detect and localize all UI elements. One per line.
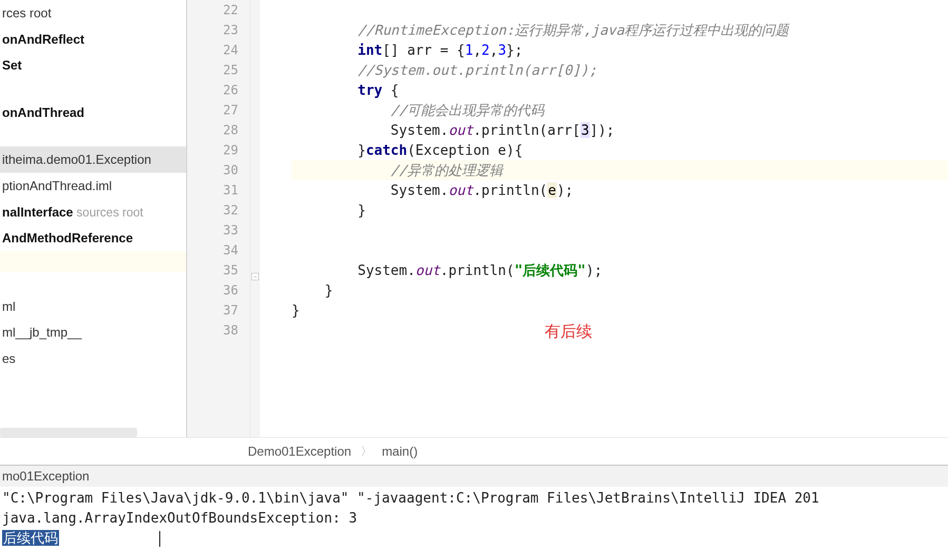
code-token: out [448, 122, 473, 138]
project-tree-item[interactable]: itheima.demo01.Exception [0, 146, 186, 173]
line-number[interactable]: 36 [187, 280, 250, 300]
tree-item-label: ml [2, 299, 15, 313]
code-token: //异常的处理逻辑 [391, 162, 503, 178]
code-token: ); [586, 262, 602, 278]
code-token: , [473, 42, 481, 58]
code-token: System. [357, 262, 415, 278]
console-selection[interactable]: 后续代码 [2, 530, 59, 546]
line-number[interactable]: 31 [187, 180, 250, 200]
code-token: ); [557, 182, 573, 198]
tree-item-label: Set [2, 58, 22, 72]
line-number[interactable]: 24 [187, 40, 250, 60]
run-tab-label: mo01Exception [2, 469, 89, 483]
code-line[interactable]: } [292, 300, 948, 320]
code-token: } [325, 282, 333, 298]
code-token: .println( [440, 262, 515, 278]
code-token: { [382, 82, 399, 98]
line-number[interactable]: 32 [187, 200, 250, 220]
line-number[interactable]: 33 [187, 220, 250, 240]
code-line[interactable]: //异常的处理逻辑 [292, 160, 948, 180]
code-line[interactable] [292, 240, 948, 260]
code-token: 1 [465, 42, 473, 58]
project-tree-item[interactable]: onAndThread [0, 100, 186, 126]
code-line[interactable] [292, 220, 948, 240]
project-tree-item[interactable]: Set [0, 52, 186, 78]
console-output-line: "C:\Program Files\Java\jdk-9.0.1\bin\jav… [2, 488, 946, 508]
line-number[interactable]: 38 [187, 320, 250, 340]
code-line[interactable]: System.out.println("后续代码"); [292, 260, 948, 280]
project-tree-item[interactable]: rces root [0, 0, 186, 26]
tree-item-label: es [2, 351, 15, 366]
project-tree-item[interactable]: es [0, 346, 186, 372]
project-tree-item[interactable]: ml [0, 293, 186, 320]
tree-item-label: AndMethodReference [2, 231, 133, 245]
fold-handle-icon[interactable]: − [251, 273, 259, 280]
console-output-line: java.lang.ArrayIndexOutOfBoundsException… [2, 508, 946, 528]
run-config-tab[interactable]: mo01Exception [0, 465, 948, 487]
code-line[interactable]: //System.out.println(arr[0]); [292, 60, 948, 80]
code-token: //可能会出现异常的代码 [391, 102, 544, 118]
code-line[interactable]: }catch(Exception e){ [292, 140, 948, 160]
code-line[interactable]: try { [292, 80, 948, 100]
tree-item-label: nalInterface [2, 205, 73, 219]
code-line[interactable]: } [292, 280, 948, 300]
project-tree-item[interactable]: ptionAndThread.iml [0, 173, 186, 199]
line-number[interactable]: 22 [187, 0, 250, 20]
line-number[interactable]: 29 [187, 140, 250, 160]
code-line[interactable]: System.out.println(e); [292, 180, 948, 200]
code-line[interactable]: System.out.println(arr[3]); [292, 120, 948, 140]
code-token: System. [391, 122, 449, 138]
tree-spacer [0, 272, 186, 293]
line-number[interactable]: 30 [187, 160, 250, 180]
tree-spacer [0, 78, 186, 100]
tree-item-label: ptionAndThread.iml [2, 179, 112, 193]
project-tree-item[interactable]: AndMethodReference [0, 225, 186, 251]
code-line[interactable]: //可能会出现异常的代码 [292, 100, 948, 120]
line-number[interactable]: 27 [187, 100, 250, 120]
code-line[interactable] [292, 320, 948, 340]
code-token: } [357, 202, 366, 218]
code-token: out [448, 182, 473, 198]
tree-item-label: onAndReflect [2, 32, 84, 46]
tree-item-label: rces root [2, 6, 51, 20]
editor-breadcrumb[interactable]: Demo01Exception 〉 main() [0, 437, 948, 465]
line-number[interactable]: 23 [187, 20, 250, 40]
code-token: [] arr = { [382, 42, 465, 58]
code-token: //RuntimeException:运行期异常,java程序运行过程中出现的问… [357, 22, 789, 38]
code-token: .println( [473, 182, 547, 198]
line-number[interactable]: 37 [187, 300, 250, 320]
run-console[interactable]: "C:\Program Files\Java\jdk-9.0.1\bin\jav… [0, 487, 948, 549]
line-number[interactable]: 25 [187, 60, 250, 80]
line-number[interactable]: 28 [187, 120, 250, 140]
code-line[interactable]: //RuntimeException:运行期异常,java程序运行过程中出现的问… [292, 20, 948, 40]
code-token: 2 [481, 42, 490, 58]
code-line[interactable]: } [292, 200, 948, 220]
code-editor[interactable]: //RuntimeException:运行期异常,java程序运行过程中出现的问… [260, 0, 948, 437]
project-tree-panel[interactable]: rces rootonAndReflectSetonAndThreadithei… [0, 0, 187, 437]
editor-gutter[interactable]: 2223242526272829303132333435363738 [187, 0, 250, 437]
code-token: ]); [590, 122, 615, 138]
project-tree-item[interactable]: onAndReflect [0, 26, 186, 53]
code-token: , [490, 42, 498, 58]
tree-spacer [0, 125, 186, 146]
code-token: System. [391, 182, 449, 198]
code-token: catch [366, 142, 407, 158]
breadcrumb-method[interactable]: main() [382, 444, 418, 459]
tree-item-label: ml__jb_tmp__ [2, 325, 82, 339]
sidebar-horizontal-scrollbar[interactable] [0, 428, 137, 437]
project-tree-item[interactable]: ml__jb_tmp__ [0, 319, 186, 346]
line-number[interactable]: 26 [187, 80, 250, 100]
editor-fold-column[interactable]: − [250, 0, 260, 437]
breadcrumb-class[interactable]: Demo01Exception [248, 444, 351, 459]
code-line[interactable]: int[] arr = {1,2,3}; [292, 40, 948, 60]
project-tree-item[interactable]: nalInterface sources root [0, 199, 186, 225]
code-token: }; [506, 42, 523, 58]
code-token: try [357, 82, 382, 98]
code-token: } [292, 302, 300, 318]
line-number[interactable]: 35 [187, 260, 250, 280]
code-line[interactable] [292, 0, 948, 20]
line-number[interactable]: 34 [187, 240, 250, 260]
code-token: "后续代码" [515, 262, 586, 278]
code-token: //System.out.println(arr[0]); [357, 62, 597, 78]
console-output-line: 后续代码 [2, 528, 946, 548]
